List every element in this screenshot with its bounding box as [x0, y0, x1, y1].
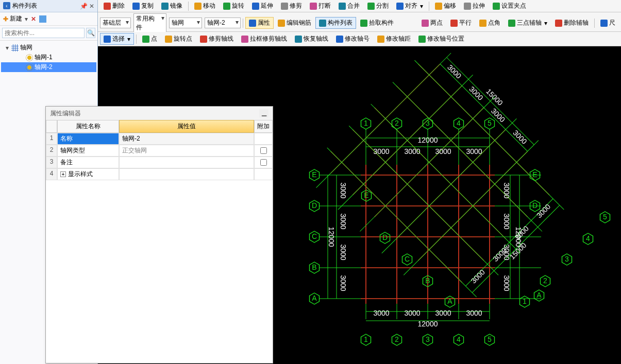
expand-icon[interactable]: +	[60, 171, 66, 177]
svg-text:1: 1	[364, 335, 368, 343]
svg-text:3000: 3000	[339, 213, 347, 229]
svg-text:3000: 3000	[466, 309, 482, 317]
prop-extra[interactable]	[254, 157, 273, 168]
setgrip-button[interactable]: 设置夹点	[489, 0, 530, 12]
col-head-name[interactable]: 属性名称	[57, 120, 119, 133]
prop-value[interactable]: 正交轴网	[119, 145, 254, 157]
col-head-extra[interactable]: 附加	[254, 120, 273, 133]
parallel-aux-button[interactable]: 平行	[447, 17, 475, 29]
move-icon	[194, 3, 202, 10]
tree-toggle-icon[interactable]: ▾	[4, 44, 10, 51]
svg-text:3000: 3000	[502, 182, 511, 198]
svg-text:E: E	[364, 191, 368, 199]
modify-axis-num-pos-button[interactable]: 修改轴号位置	[415, 33, 468, 45]
svg-line-44	[327, 148, 477, 297]
restore-axis-button[interactable]: 恢复轴线	[291, 33, 332, 45]
split-button[interactable]: 分割	[364, 0, 392, 12]
prop-extra[interactable]	[254, 133, 273, 145]
extend-button[interactable]: 延伸	[248, 0, 277, 12]
col-head-value[interactable]: 属性值	[119, 120, 254, 133]
instance-select[interactable]: 轴网-2	[205, 18, 241, 28]
tree-item-axis-2[interactable]: 轴网-2	[1, 62, 96, 72]
svg-text:3000: 3000	[373, 309, 389, 317]
separator	[188, 2, 189, 11]
row-idx: 4	[46, 168, 57, 180]
extra-checkbox[interactable]	[260, 159, 267, 166]
prop-value[interactable]: 轴网-2	[119, 133, 254, 145]
extra-checkbox[interactable]	[260, 147, 267, 154]
rotate-point-button[interactable]: 旋转点	[161, 33, 196, 45]
modify-axis-dist-button[interactable]: 修改轴距	[374, 33, 414, 45]
category-select[interactable]: 常用构件	[133, 13, 166, 33]
separator	[594, 19, 595, 28]
svg-text:2: 2	[543, 276, 547, 285]
svg-text:2: 2	[395, 119, 399, 127]
prop-name[interactable]: 备注	[57, 157, 119, 168]
pick-icon	[360, 20, 367, 27]
close-icon[interactable]: ✕	[89, 3, 94, 10]
svg-text:4: 4	[457, 335, 461, 343]
three-point-aux-button[interactable]: 三点辅轴▾	[505, 17, 551, 29]
gear-icon	[26, 64, 33, 71]
pick-component-button[interactable]: 拾取构件	[357, 17, 397, 29]
dialog-close-button[interactable]: ▁	[259, 109, 268, 117]
tree-item-axis-1[interactable]: 轴网-1	[1, 53, 96, 62]
type-select[interactable]: 轴网	[169, 18, 202, 28]
svg-text:3000: 3000	[511, 128, 528, 145]
dialog-titlebar[interactable]: 属性编辑器 ▁	[46, 107, 273, 120]
point-button[interactable]: 点	[139, 33, 161, 45]
prop-name[interactable]: 轴网类型	[57, 145, 119, 157]
prop-name[interactable]: +显示样式	[57, 168, 119, 180]
edit-rebar-button[interactable]: 编辑钢筋	[274, 17, 315, 29]
properties-button[interactable]: 属性	[245, 17, 274, 29]
panel-tab[interactable]: ‹	[3, 2, 10, 9]
two-point-aux-button[interactable]: 两点	[418, 17, 446, 29]
separator	[429, 2, 429, 11]
component-list-button[interactable]: 构件列表	[315, 17, 356, 29]
prop-value[interactable]	[119, 168, 254, 180]
offset-icon	[435, 3, 442, 10]
axis-num-icon	[336, 36, 343, 43]
col-head-index	[46, 120, 57, 133]
select-button[interactable]: 选择▾	[100, 33, 134, 45]
layer-select[interactable]: 基础层	[100, 18, 131, 28]
delete-aux-button[interactable]: 删除辅轴	[551, 17, 592, 29]
svg-text:3000: 3000	[339, 182, 347, 198]
search-input[interactable]	[2, 28, 85, 38]
delete-aux-icon	[555, 20, 562, 27]
svg-text:3000: 3000	[502, 213, 511, 229]
new-button[interactable]: ✚新建▾	[3, 14, 28, 23]
copy-button[interactable]: 复制	[129, 0, 157, 12]
ruler-button[interactable]: 尺	[597, 17, 619, 29]
merge-button[interactable]: 合并	[335, 0, 363, 12]
modify-axis-num-button[interactable]: 修改轴号	[332, 33, 373, 45]
break-button[interactable]: 打断	[306, 0, 334, 12]
tree-item-label: 轴网-1	[35, 53, 53, 62]
svg-text:A: A	[536, 291, 542, 299]
point-angle-aux-button[interactable]: 点角	[476, 17, 504, 29]
prop-name[interactable]: 名称	[57, 133, 119, 145]
prop-extra[interactable]	[254, 145, 273, 157]
tree-root[interactable]: ▾ 轴网	[1, 43, 96, 53]
delete-item-button[interactable]: ✕	[31, 15, 36, 23]
align-button[interactable]: 对齐▾	[393, 0, 427, 12]
rotate-button[interactable]: 旋转	[220, 0, 248, 12]
prop-value[interactable]	[119, 157, 254, 168]
box-trim-axis-button[interactable]: 拉框修剪轴线	[238, 33, 291, 45]
mirror-button[interactable]: 镜像	[158, 0, 186, 12]
copy-item-button[interactable]	[39, 15, 46, 23]
cursor-icon	[104, 36, 111, 43]
trim-button[interactable]: 修剪	[277, 0, 306, 12]
point-icon	[142, 36, 149, 43]
trim-axis-button[interactable]: 修剪轴线	[196, 33, 237, 45]
offset-button[interactable]: 偏移	[431, 0, 460, 12]
align-icon	[396, 3, 404, 10]
svg-text:E: E	[312, 170, 316, 179]
property-editor-dialog[interactable]: 属性编辑器 ▁ 属性名称 属性值 附加 1 名称 轴网-2 2 轴网类型 正交轴…	[45, 106, 273, 363]
delete-button[interactable]: 删除	[100, 0, 128, 12]
search-button[interactable]: 🔍	[86, 28, 95, 38]
prop-extra[interactable]	[254, 168, 273, 180]
stretch-button[interactable]: 拉伸	[460, 0, 489, 12]
pin-icon[interactable]: 📌	[80, 3, 88, 10]
move-button[interactable]: 移动	[191, 0, 219, 12]
